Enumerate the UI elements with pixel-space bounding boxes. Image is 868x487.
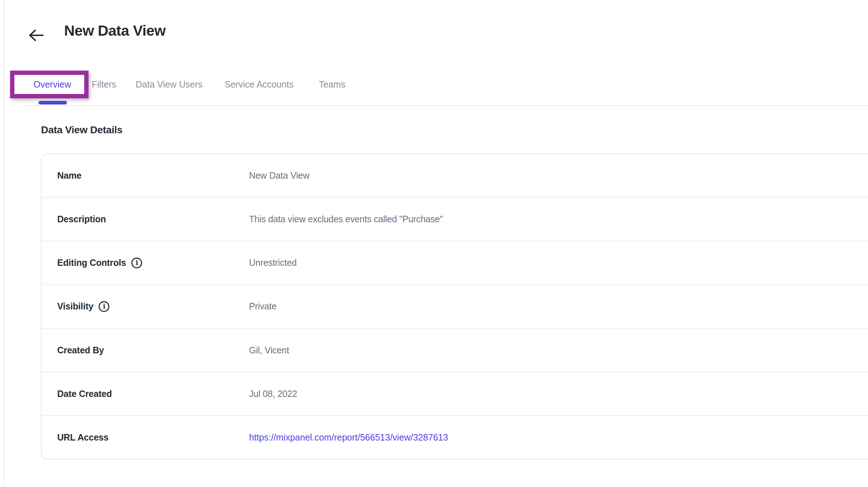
tabs-divider bbox=[24, 105, 868, 106]
arrow-left-icon bbox=[28, 29, 44, 41]
tab-data-view-users[interactable]: Data View Users bbox=[136, 79, 203, 90]
row-label: Created By bbox=[57, 345, 249, 356]
row-label: Description bbox=[57, 214, 249, 224]
row-label: Visibility i bbox=[57, 301, 249, 312]
row-label: Date Created bbox=[57, 389, 249, 399]
info-icon[interactable]: i bbox=[131, 258, 142, 268]
row-label: Editing Controls i bbox=[57, 258, 249, 268]
section-title: Data View Details bbox=[41, 124, 122, 136]
table-row-created-by: Created By Gil, Vicent bbox=[42, 329, 868, 372]
table-row-description: Description This data view excludes even… bbox=[42, 198, 868, 241]
row-value: Unrestricted bbox=[249, 258, 297, 268]
page: New Data View Overview Filters Data View… bbox=[0, 0, 868, 487]
tab-filters[interactable]: Filters bbox=[92, 79, 116, 90]
table-row-date-created: Date Created Jul 08, 2022 bbox=[42, 372, 868, 416]
row-value: New Data View bbox=[249, 170, 309, 181]
back-button[interactable] bbox=[27, 27, 45, 43]
row-value: Private bbox=[249, 301, 276, 312]
table-row-visibility: Visibility i Private bbox=[42, 285, 868, 329]
details-card: Name New Data View Description This data… bbox=[41, 153, 868, 460]
row-value: Gil, Vicent bbox=[249, 345, 289, 356]
page-title: New Data View bbox=[64, 22, 166, 39]
table-row-name: Name New Data View bbox=[42, 154, 868, 198]
table-row-url-access: URL Access https://mixpanel.com/report/5… bbox=[42, 416, 868, 459]
page-left-border bbox=[4, 0, 4, 487]
active-tab-indicator bbox=[39, 101, 67, 104]
row-value: This data view excludes events called "P… bbox=[249, 214, 443, 224]
row-label: Name bbox=[57, 170, 249, 181]
tab-service-accounts[interactable]: Service Accounts bbox=[225, 79, 294, 90]
url-access-link[interactable]: https://mixpanel.com/report/566513/view/… bbox=[249, 432, 448, 443]
tab-teams[interactable]: Teams bbox=[319, 79, 345, 90]
table-row-editing-controls: Editing Controls i Unrestricted bbox=[42, 241, 868, 285]
tab-overview[interactable]: Overview bbox=[33, 79, 71, 90]
row-value: Jul 08, 2022 bbox=[249, 389, 297, 399]
info-icon[interactable]: i bbox=[99, 301, 109, 312]
row-label: URL Access bbox=[57, 432, 249, 443]
